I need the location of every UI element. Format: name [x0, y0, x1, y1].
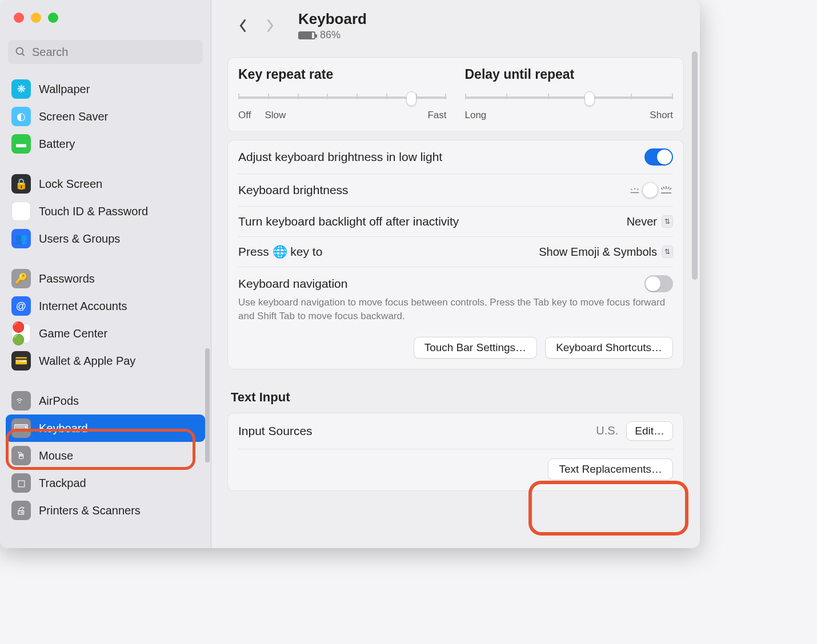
search-input[interactable] [32, 46, 196, 59]
sidebar-item-label: Mouse [39, 449, 73, 462]
sidebar-item-label: AirPods [39, 395, 79, 408]
content-scrollbar[interactable] [692, 51, 699, 542]
text-input-panel: Input Sources U.S. Edit… Text Replacemen… [227, 413, 684, 491]
sidebar-item-airpods[interactable]: ᯤAirPods [6, 387, 205, 414]
sidebar-item-label: Wallet & Apple Pay [39, 355, 135, 368]
nav-forward-button[interactable] [262, 17, 279, 34]
svg-line-1 [22, 53, 24, 55]
battery-icon: ▬ [11, 134, 31, 154]
keyboard-navigation-label: Keyboard navigation [238, 277, 347, 291]
svg-line-11 [668, 187, 669, 189]
brightness-low-icon [628, 183, 641, 198]
press-globe-popup[interactable]: Show Emoji & Symbols ⇅ [539, 245, 673, 259]
content-header: Keyboard 86% [211, 0, 700, 49]
text-input-heading: Text Input [231, 390, 680, 405]
key-repeat-rate-label: Key repeat rate [238, 67, 447, 82]
page-subtitle: 86% [298, 29, 367, 41]
wallet-icon: 💳 [11, 351, 31, 371]
backlight-off-popup[interactable]: Never ⇅ [627, 215, 673, 228]
trackpad-icon: ◻ [11, 473, 31, 493]
content-column: Keyboard 86% Key repeat rate [211, 0, 700, 548]
keyboard-navigation-toggle[interactable] [644, 275, 673, 292]
sidebar-item-internet-accounts[interactable]: @Internet Accounts [6, 292, 205, 320]
sidebar-item-label: Internet Accounts [39, 300, 127, 313]
sidebar-item-label: Trackpad [39, 477, 86, 490]
sidebar-item-game-center[interactable]: 🔴🟢Game Center [6, 320, 205, 347]
sidebar-item-label: Printers & Scanners [39, 504, 141, 517]
slider-fast-label: Fast [427, 110, 446, 121]
sidebar-item-label: Users & Groups [39, 232, 120, 245]
sidebar-item-passwords[interactable]: 🔑Passwords [6, 265, 205, 292]
sidebar-item-label: Battery [39, 138, 75, 151]
svg-point-0 [16, 48, 23, 55]
keyboard-brightness-label: Keyboard brightness [238, 183, 349, 197]
sidebar-item-wallpaper[interactable]: ❋Wallpaper [6, 75, 205, 103]
users-icon: 👥 [11, 229, 31, 248]
sidebar-scrollbar[interactable] [205, 348, 210, 462]
slider-off-label: Off [238, 110, 251, 121]
key-repeat-rate-slider[interactable] [238, 88, 447, 107]
sidebar-item-trackpad[interactable]: ◻Trackpad [6, 469, 205, 497]
maximize-icon[interactable] [48, 13, 58, 23]
sidebar-item-keyboard[interactable]: ⌨Keyboard [6, 414, 205, 442]
svg-line-10 [663, 187, 664, 189]
delay-until-repeat-slider[interactable] [465, 88, 674, 107]
sidebar-item-label: Wallpaper [39, 83, 90, 96]
sidebar-item-battery[interactable]: ▬Battery [6, 130, 205, 158]
sidebar-item-touch-id[interactable]: ◉Touch ID & Password [6, 198, 205, 225]
sidebar-item-label: Touch ID & Password [39, 205, 148, 218]
chevron-updown-icon: ⇅ [662, 245, 673, 258]
auto-brightness-toggle[interactable] [644, 148, 673, 166]
key-icon: 🔑 [11, 269, 31, 288]
keyboard-navigation-description: Use keyboard navigation to move focus be… [228, 295, 683, 331]
mouse-icon: 🖱 [11, 446, 31, 465]
sidebar-item-wallet[interactable]: 💳Wallet & Apple Pay [6, 347, 205, 375]
close-icon[interactable] [14, 13, 24, 23]
slider-short-label: Short [650, 110, 673, 121]
press-globe-value: Show Emoji & Symbols [539, 245, 657, 259]
slider-long-label: Long [465, 110, 487, 121]
page-title: Keyboard [298, 10, 367, 28]
backlight-off-value: Never [627, 215, 657, 228]
sidebar-item-lock-screen[interactable]: 🔒Lock Screen [6, 170, 205, 198]
settings-window: ❋Wallpaper ◐Screen Saver ▬Battery 🔒Lock … [0, 0, 700, 548]
delay-until-repeat-label: Delay until repeat [465, 67, 674, 82]
at-icon: @ [11, 296, 31, 316]
key-repeat-panel: Key repeat rate Off Slow Fast [227, 57, 684, 132]
search-field[interactable] [8, 40, 203, 64]
input-sources-label: Input Sources [238, 424, 313, 438]
slider-slow-label: Slow [265, 110, 286, 121]
window-controls [0, 0, 211, 23]
sidebar-item-label: Keyboard [39, 422, 88, 435]
sidebar-item-screen-saver[interactable]: ◐Screen Saver [6, 103, 205, 130]
battery-status-icon [298, 31, 315, 39]
edit-input-sources-button[interactable]: Edit… [626, 421, 673, 441]
sidebar-column: ❋Wallpaper ◐Screen Saver ▬Battery 🔒Lock … [0, 0, 211, 548]
wallpaper-icon: ❋ [11, 79, 31, 99]
battery-percent: 86% [320, 29, 341, 41]
svg-line-4 [631, 189, 632, 190]
brightness-high-icon [659, 182, 673, 198]
input-sources-value: U.S. [596, 424, 618, 437]
nav-back-button[interactable] [234, 17, 251, 34]
sidebar-item-label: Game Center [39, 327, 107, 340]
game-center-icon: 🔴🟢 [11, 324, 31, 343]
sidebar-item-label: Lock Screen [39, 178, 102, 191]
sidebar-item-label: Screen Saver [39, 110, 108, 123]
sidebar-item-mouse[interactable]: 🖱Mouse [6, 442, 205, 469]
search-icon [15, 46, 26, 58]
text-replacements-button[interactable]: Text Replacements… [548, 458, 673, 480]
auto-brightness-label: Adjust keyboard brightness in low light [238, 150, 442, 164]
fingerprint-icon: ◉ [11, 202, 31, 221]
backlight-off-label: Turn keyboard backlight off after inacti… [238, 215, 459, 228]
sidebar-list: ❋Wallpaper ◐Screen Saver ▬Battery 🔒Lock … [0, 72, 211, 530]
minimize-icon[interactable] [31, 13, 41, 23]
sidebar-item-printers[interactable]: 🖨Printers & Scanners [6, 497, 205, 524]
svg-line-5 [638, 189, 639, 190]
sidebar-item-users-groups[interactable]: 👥Users & Groups [6, 225, 205, 252]
keyboard-shortcuts-button[interactable]: Keyboard Shortcuts… [545, 337, 673, 359]
keyboard-options-panel: Adjust keyboard brightness in low light … [227, 140, 684, 369]
sidebar-item-label: Passwords [39, 272, 95, 285]
touch-bar-settings-button[interactable]: Touch Bar Settings… [414, 337, 537, 359]
printer-icon: 🖨 [11, 501, 31, 520]
